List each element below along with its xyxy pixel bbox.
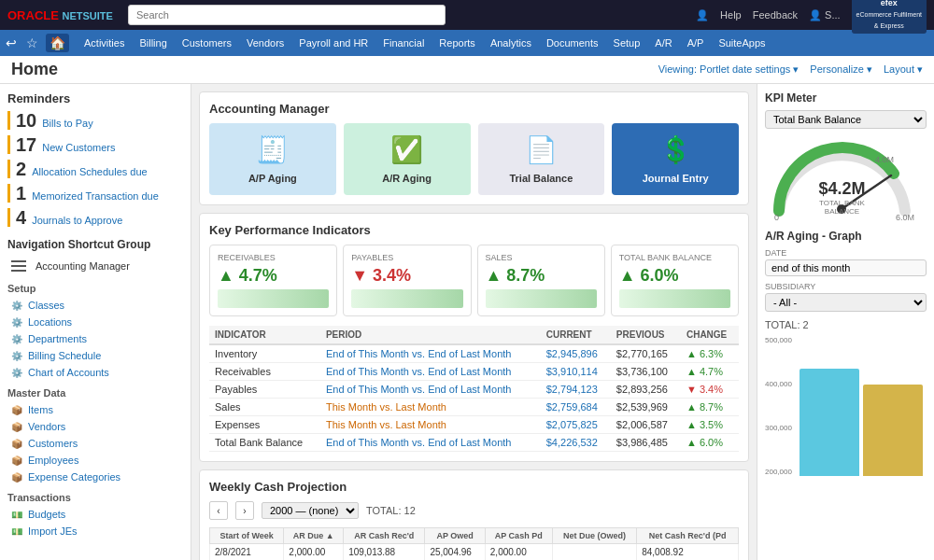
kpi-row-current: $2,794,123 — [541, 381, 611, 399]
tile-trial-balance[interactable]: 📄Trial Balance — [478, 123, 605, 195]
sidebar-link-locations[interactable]: ⚙️Locations — [7, 315, 183, 329]
kpi-sparkline — [218, 289, 329, 308]
kpi-meter-dropdown[interactable]: Total Bank Balance — [765, 110, 927, 129]
sidebar-link-items[interactable]: 📦Items — [7, 402, 183, 417]
kpi-row-period: This Month vs. Last Month — [320, 399, 541, 416]
reminder-item: 4 Journals to Approve — [7, 208, 183, 227]
svg-text:0: 0 — [774, 213, 779, 220]
y-label-400k: 400,000 — [765, 380, 792, 388]
viewing-bar: Home Viewing: Portlet date settings ▾ Pe… — [0, 56, 934, 84]
page-title: Home — [11, 60, 58, 79]
cash-total: TOTAL: 12 — [366, 505, 416, 516]
kpi-card-value: ▲ 6.0% — [619, 266, 730, 286]
kpi-row-current: $2,759,684 — [541, 399, 611, 416]
sidebar-link-import-jes[interactable]: 💵Import JEs — [7, 524, 183, 539]
setup-links: ⚙️Classes⚙️Locations⚙️Departments⚙️Billi… — [7, 298, 183, 380]
reminders-title: Reminders — [7, 91, 183, 105]
sidebar-link-departments[interactable]: ⚙️Departments — [7, 331, 183, 346]
tile-icon: ✅ — [390, 134, 423, 165]
back-icon[interactable]: ↩ — [4, 34, 19, 52]
user-account[interactable]: 👤 S... — [809, 9, 841, 21]
accounting-manager-nav[interactable]: Accounting Manager — [7, 257, 183, 275]
cash-col-start-of-week: Start of Week — [210, 528, 284, 544]
user-icon[interactable]: 👤 — [696, 9, 709, 21]
nav-item-reports[interactable]: Reports — [432, 34, 483, 52]
nav-item-analytics[interactable]: Analytics — [483, 34, 539, 52]
tile-ap-aging[interactable]: 🧾A/P Aging — [209, 123, 336, 195]
reminder-item: 2 Allocation Schedules due — [7, 160, 183, 178]
sidebar-link-billing-schedule[interactable]: ⚙️Billing Schedule — [7, 348, 183, 363]
nav-item-billing[interactable]: Billing — [132, 34, 174, 52]
nav-item-financial[interactable]: Financial — [375, 34, 432, 52]
kpi-card-total-bank-balance: TOTAL BANK BALANCE ▲ 6.0% — [611, 245, 739, 316]
reminder-label[interactable]: Journals to Approve — [32, 215, 122, 226]
kpi-row-previous: $3,736,100 — [611, 363, 681, 381]
ar-subsidiary-select[interactable]: - All - — [765, 293, 927, 312]
cash-next-button[interactable]: › — [235, 501, 254, 520]
reminder-label[interactable]: Bills to Pay — [42, 118, 92, 129]
cash-ap-owed: 25,004.96 — [425, 544, 485, 561]
cash-prev-button[interactable]: ‹ — [209, 501, 228, 520]
layout-link[interactable]: Layout ▾ — [884, 63, 923, 76]
main-content: Reminders 10 Bills to Pay17 New Customer… — [0, 84, 934, 560]
tile-label: Trial Balance — [509, 173, 573, 184]
nav-item-a/p[interactable]: A/P — [680, 34, 712, 52]
cash-year-select[interactable]: 2000 — (none) — [262, 502, 359, 519]
star-icon[interactable]: ☆ — [24, 34, 40, 52]
kpi-table-row: Total Bank Balance End of This Month vs.… — [209, 434, 739, 452]
kpi-card-value: ▲ 8.7% — [486, 266, 597, 286]
gauge-value: $4.2M TOTAL BANK BALANCE — [803, 179, 881, 216]
master-links: 📦Items📦Vendors📦Customers📦Employees📦Expen… — [7, 402, 183, 484]
tile-journal-entry[interactable]: 💲Journal Entry — [612, 123, 739, 195]
reminder-label[interactable]: Memorized Transaction due — [32, 190, 159, 202]
nav-item-suiteapps[interactable]: SuiteApps — [711, 34, 772, 52]
bar-chart — [796, 336, 927, 476]
kpi-card-value: ▼ 3.4% — [351, 266, 462, 286]
kpi-card-value: ▲ 4.7% — [218, 266, 329, 286]
tile-label: A/P Aging — [248, 173, 297, 184]
kpi-row-period: End of This Month vs. End of Last Month — [320, 434, 541, 452]
home-icon[interactable]: 🏠 — [46, 34, 69, 52]
sidebar-link-employees[interactable]: 📦Employees — [7, 453, 183, 468]
cash-ar-cash: 109,013.88 — [344, 544, 425, 561]
nav-item-setup[interactable]: Setup — [606, 34, 648, 52]
kpi-row-indicator: Expenses — [209, 416, 320, 434]
personalize-link[interactable]: Personalize ▾ — [810, 63, 872, 76]
feedback-link[interactable]: Feedback — [753, 9, 798, 21]
nav-item-a/r[interactable]: A/R — [647, 34, 679, 52]
kpi-title: Key Performance Indicators — [209, 223, 739, 237]
ar-date-input[interactable] — [765, 259, 927, 276]
nav-item-customers[interactable]: Customers — [175, 34, 239, 52]
reminder-num: 1 — [16, 184, 26, 203]
kpi-sparkline — [619, 289, 730, 308]
reminder-label[interactable]: New Customers — [42, 142, 115, 153]
nav-item-payroll-and-hr[interactable]: Payroll and HR — [291, 34, 375, 52]
kpi-card-label: TOTAL BANK BALANCE — [619, 253, 730, 262]
nav-item-vendors[interactable]: Vendors — [239, 34, 291, 52]
accounting-manager-panel-title: Accounting Manager — [209, 102, 739, 116]
cash-col-net-due-(owed): Net Due (Owed) — [552, 528, 637, 544]
nav-item-activities[interactable]: Activities — [77, 34, 132, 52]
help-link[interactable]: Help — [720, 9, 742, 21]
kpi-col-period: PERIOD — [320, 326, 541, 344]
netsuite-text: NETSUITE — [63, 10, 113, 21]
sidebar-link-classes[interactable]: ⚙️Classes — [7, 298, 183, 313]
sidebar-link-vendors[interactable]: 📦Vendors — [7, 419, 183, 434]
kpi-row-period: End of This Month vs. End of Last Month — [320, 381, 541, 399]
reminders-container: 10 Bills to Pay17 New Customers2 Allocat… — [7, 111, 183, 227]
kpi-row-change: ▲ 6.3% — [681, 344, 739, 363]
nav-item-documents[interactable]: Documents — [539, 34, 606, 52]
kpi-row-change: ▼ 3.4% — [681, 381, 739, 399]
sidebar-link-expense-categories[interactable]: 📦Expense Categories — [7, 469, 183, 484]
portlet-date-settings[interactable]: Viewing: Portlet date settings ▾ — [658, 63, 800, 76]
search-input[interactable] — [128, 5, 446, 25]
sidebar-link-customers[interactable]: 📦Customers — [7, 436, 183, 451]
kpi-row-period: End of This Month vs. End of Last Month — [320, 363, 541, 381]
kpi-card-payables: PAYABLES ▼ 3.4% — [343, 245, 471, 316]
gauge-label: TOTAL BANK BALANCE — [803, 199, 881, 216]
sidebar-link-chart-of-accounts[interactable]: ⚙️Chart of Accounts — [7, 365, 183, 380]
reminder-label[interactable]: Allocation Schedules due — [32, 166, 148, 177]
tile-ar-aging[interactable]: ✅A/R Aging — [344, 123, 471, 195]
kpi-col-previous: PREVIOUS — [611, 326, 681, 344]
sidebar-link-budgets[interactable]: 💵Budgets — [7, 507, 183, 522]
